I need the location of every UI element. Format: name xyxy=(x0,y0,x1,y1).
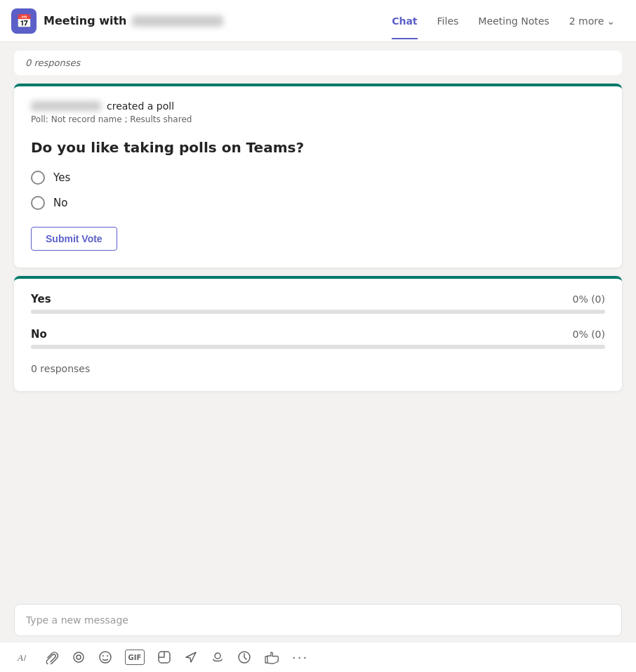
more-options-icon[interactable]: ··· xyxy=(292,650,308,665)
option-no-label: No xyxy=(53,197,67,209)
format-icon[interactable]: A / xyxy=(17,650,32,665)
poll-option-yes[interactable]: Yes xyxy=(31,171,605,185)
tab-more[interactable]: 2 more ⌄ xyxy=(559,3,625,39)
result-no-pct: 0% (0) xyxy=(573,329,606,340)
sticker-icon[interactable] xyxy=(157,650,171,664)
poll-creator-action: created a poll xyxy=(107,100,174,112)
svg-point-5 xyxy=(102,655,104,657)
svg-point-6 xyxy=(107,655,108,657)
svg-point-2 xyxy=(74,652,84,662)
poll-meta: Poll: Not record name ; Results shared xyxy=(31,114,605,124)
result-no-label: No xyxy=(31,328,47,341)
tab-meeting-notes[interactable]: Meeting Notes xyxy=(468,3,559,39)
send-icon[interactable] xyxy=(184,650,198,664)
result-row-yes: Yes 0% (0) xyxy=(31,293,605,314)
chat-area: 0 responses created a poll Poll: Not rec… xyxy=(0,42,636,598)
svg-point-4 xyxy=(100,652,111,663)
header-nav: Chat Files Meeting Notes 2 more ⌄ xyxy=(382,3,625,39)
results-card: Yes 0% (0) No 0% (0) 0 responses xyxy=(14,276,622,391)
poll-card: created a poll Poll: Not record name ; R… xyxy=(14,84,622,268)
loop-icon[interactable] xyxy=(72,650,86,664)
creator-avatar-blur xyxy=(31,101,101,111)
poll-options: Yes No xyxy=(31,171,605,210)
header-title: Meeting with xyxy=(44,14,223,27)
like-icon[interactable] xyxy=(264,650,279,664)
tab-chat[interactable]: Chat xyxy=(382,3,427,39)
result-yes-pct: 0% (0) xyxy=(573,294,606,305)
svg-text:/: / xyxy=(24,654,27,662)
header: 📅 Meeting with Chat Files Meeting Notes … xyxy=(0,0,636,42)
chevron-down-icon: ⌄ xyxy=(607,15,615,27)
gif-button[interactable]: GIF xyxy=(125,650,145,665)
partial-responses-card: 0 responses xyxy=(14,51,622,75)
schedule-icon[interactable] xyxy=(237,650,251,664)
submit-vote-button[interactable]: Submit Vote xyxy=(31,227,117,251)
poll-creator-row: created a poll xyxy=(31,100,605,112)
result-no-bar-bg xyxy=(31,345,605,349)
emoji-icon[interactable] xyxy=(98,650,112,664)
radio-yes[interactable] xyxy=(31,171,45,185)
result-yes-bar-bg xyxy=(31,310,605,314)
title-blur xyxy=(132,15,223,27)
message-placeholder: Type a new message xyxy=(26,614,610,626)
tab-files[interactable]: Files xyxy=(428,3,469,39)
meeting-icon: 📅 xyxy=(11,8,37,34)
svg-text:A: A xyxy=(17,652,23,663)
audio-message-icon[interactable] xyxy=(211,650,225,664)
poll-question: Do you like taking polls on Teams? xyxy=(31,138,605,157)
message-toolbar: A / GIF xyxy=(0,642,636,672)
result-yes-label: Yes xyxy=(31,293,51,305)
result-total: 0 responses xyxy=(31,363,605,374)
poll-option-no[interactable]: No xyxy=(31,196,605,210)
message-input-area[interactable]: Type a new message xyxy=(14,604,622,636)
svg-point-3 xyxy=(77,655,81,659)
radio-no[interactable] xyxy=(31,196,45,210)
attach-icon[interactable] xyxy=(45,650,59,664)
svg-point-8 xyxy=(215,653,220,659)
option-yes-label: Yes xyxy=(53,171,70,184)
result-row-no: No 0% (0) xyxy=(31,328,605,349)
